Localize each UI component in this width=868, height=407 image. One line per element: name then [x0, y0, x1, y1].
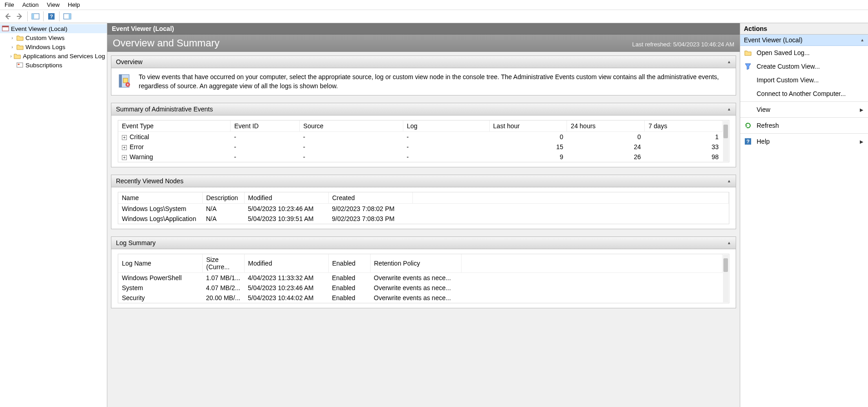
action-label: Create Custom View...: [757, 63, 820, 70]
menu-help[interactable]: Help: [68, 1, 80, 8]
action-connect-to-another-computer[interactable]: Connect to Another Computer...: [740, 87, 868, 100]
table-row[interactable]: +Warning---92698: [118, 152, 722, 162]
show-hide-tree-button[interactable]: [30, 10, 41, 22]
svg-rect-5: [69, 14, 71, 19]
expand-icon[interactable]: ›: [10, 54, 12, 59]
help-button[interactable]: ?: [45, 10, 57, 22]
recent-table: Name Description Modified Created Window…: [118, 192, 729, 224]
scrollbar[interactable]: [723, 255, 728, 302]
back-button[interactable]: [2, 10, 14, 22]
help-icon: ?: [744, 137, 752, 146]
svg-text:?: ?: [50, 14, 53, 19]
logsum-section: Log Summary ▲ Log Name Size (Curre... Mo…: [111, 236, 736, 308]
toolbar: ?: [0, 10, 868, 23]
table-row[interactable]: +Critical---001: [118, 132, 722, 142]
panel-tree-icon: [31, 13, 40, 20]
svg-rect-11: [119, 75, 122, 87]
overview-section-head[interactable]: Overview ▲: [111, 56, 736, 68]
menubar: File Action View Help: [0, 0, 868, 10]
overview-text: To view events that have occurred on you…: [139, 73, 729, 90]
action-label: Open Saved Log...: [757, 49, 810, 56]
folder-icon: [16, 34, 24, 41]
collapse-icon: ▲: [727, 107, 731, 111]
svg-text:?: ?: [747, 139, 750, 144]
tree-item-windows-logs[interactable]: › Windows Logs: [8, 42, 107, 51]
action-import-custom-view[interactable]: Import Custom View...: [740, 73, 868, 87]
action-label: Refresh: [757, 122, 779, 129]
expand-icon[interactable]: ›: [10, 45, 15, 50]
blank-icon: [744, 106, 752, 114]
overview-title: Overview and Summary: [113, 37, 220, 49]
table-row[interactable]: System4.07 MB/2...5/04/2023 10:23:46 AME…: [118, 283, 722, 293]
subscriptions-icon: [16, 61, 24, 69]
arrow-right-icon: [16, 13, 23, 20]
log-book-icon: [118, 74, 133, 90]
tree-root-label: Event Viewer (Local): [11, 25, 67, 32]
svg-rect-12: [123, 78, 128, 83]
summary-section-head[interactable]: Summary of Administrative Events ▲: [111, 103, 736, 116]
event-viewer-icon: [2, 25, 9, 32]
expand-row-icon[interactable]: +: [122, 155, 127, 160]
table-header-row: Log Name Size (Curre... Modified Enabled…: [118, 254, 722, 273]
folder-icon: [14, 52, 21, 60]
tree-item-subscriptions[interactable]: Subscriptions: [8, 60, 107, 70]
action-refresh[interactable]: Refresh: [740, 119, 868, 132]
refresh-icon: [744, 121, 752, 130]
divider: [740, 133, 868, 134]
summary-section: Summary of Administrative Events ▲ Event…: [111, 103, 736, 167]
chevron-right-icon: ▶: [860, 107, 863, 112]
svg-rect-1: [32, 14, 34, 19]
tree-pane: Event Viewer (Local) › Custom Views › Wi…: [0, 23, 107, 407]
collapse-icon: ▲: [860, 38, 864, 42]
table-row[interactable]: Windows Logs\ApplicationN/A5/04/2023 10:…: [118, 214, 729, 224]
divider: [740, 101, 868, 102]
arrow-left-icon: [4, 13, 11, 20]
actions-pane: Actions Event Viewer (Local) ▲ Open Save…: [740, 23, 868, 407]
help-icon: ?: [48, 13, 55, 20]
collapse-icon: ▲: [727, 60, 731, 64]
menu-file[interactable]: File: [5, 1, 14, 8]
center-pane: Event Viewer (Local) Overview and Summar…: [107, 23, 740, 407]
menu-action[interactable]: Action: [22, 1, 39, 8]
last-refreshed: Last refreshed: 5/04/2023 10:46:24 AM: [632, 41, 734, 48]
collapse-icon: ▲: [727, 179, 731, 183]
center-header: Event Viewer (Local): [107, 23, 740, 35]
show-hide-actions-button[interactable]: [61, 10, 73, 22]
overview-bar: Overview and Summary Last refreshed: 5/0…: [107, 35, 740, 52]
expand-row-icon[interactable]: +: [122, 135, 127, 140]
panel-actions-icon: [63, 13, 71, 20]
expand-icon[interactable]: ›: [10, 35, 15, 40]
folder-icon: [744, 49, 752, 57]
tree-root-node[interactable]: Event Viewer (Local): [0, 24, 107, 33]
tree-item-custom-views[interactable]: › Custom Views: [8, 33, 107, 42]
collapse-icon: ▲: [727, 241, 731, 245]
overview-section: Overview ▲ To view events that have occu…: [111, 55, 736, 95]
actions-group-head[interactable]: Event Viewer (Local) ▲: [740, 35, 868, 46]
recent-section-head[interactable]: Recently Viewed Nodes ▲: [111, 175, 736, 187]
chevron-right-icon: ▶: [860, 139, 863, 144]
table-row[interactable]: +Error---152433: [118, 142, 722, 152]
action-label: Connect to Another Computer...: [757, 90, 846, 97]
action-view[interactable]: View▶: [740, 103, 868, 116]
recent-section: Recently Viewed Nodes ▲ Name Description…: [111, 175, 736, 229]
tree-item-app-services-logs[interactable]: › Applications and Services Log: [8, 51, 107, 60]
action-create-custom-view[interactable]: Create Custom View...: [740, 60, 868, 73]
forward-button[interactable]: [14, 10, 25, 22]
table-header-row: Name Description Modified Created: [118, 192, 729, 204]
table-row[interactable]: Windows PowerShell1.07 MB/1...4/04/2023 …: [118, 273, 722, 283]
action-label: Help: [757, 138, 770, 145]
action-label: View: [757, 106, 770, 113]
logsum-section-head[interactable]: Log Summary ▲: [111, 237, 736, 249]
blank-icon: [744, 90, 752, 98]
scrollbar[interactable]: [723, 121, 728, 161]
svg-rect-8: [17, 63, 23, 67]
svg-rect-9: [18, 64, 20, 65]
menu-view[interactable]: View: [47, 1, 60, 8]
expand-row-icon[interactable]: +: [122, 145, 127, 150]
action-help[interactable]: ?Help▶: [740, 135, 868, 148]
action-open-saved-log[interactable]: Open Saved Log...: [740, 46, 868, 60]
table-row[interactable]: Security20.00 MB/...5/04/2023 10:44:02 A…: [118, 293, 722, 303]
logsum-table: Log Name Size (Curre... Modified Enabled…: [118, 254, 722, 303]
folder-icon: [16, 43, 24, 50]
table-row[interactable]: Windows Logs\SystemN/A5/04/2023 10:23:46…: [118, 204, 729, 214]
